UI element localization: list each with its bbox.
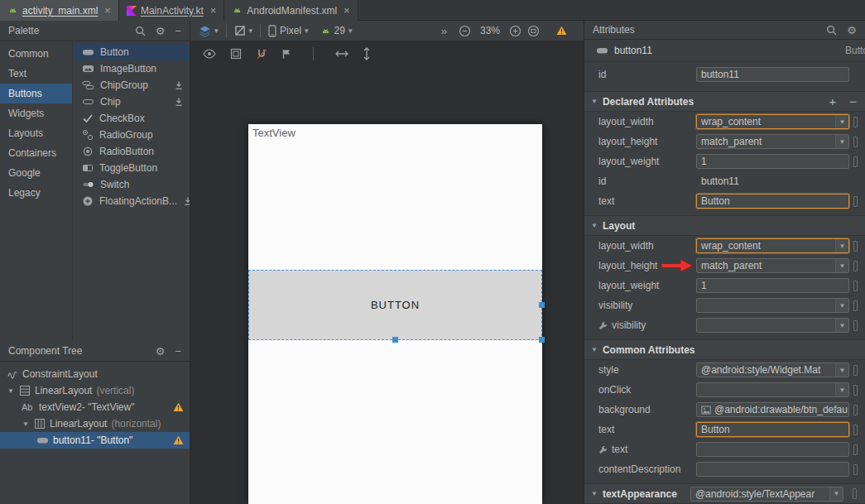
canvas-textview[interactable]: TextView	[252, 127, 296, 139]
attribute-value-field[interactable]: ▼	[696, 318, 849, 333]
chevron-down-icon[interactable]: ▼	[835, 383, 848, 396]
zoom-out-icon[interactable]	[459, 25, 471, 37]
zoom-to-fit-icon[interactable]	[527, 25, 540, 37]
editor-tab[interactable]: MainActivity.kt×	[119, 0, 224, 21]
palette-category-buttons[interactable]: Buttons	[0, 84, 72, 103]
add-attribute-icon[interactable]: +	[829, 94, 836, 108]
palette-category-layouts[interactable]: Layouts	[0, 123, 72, 143]
resize-handle-bottom[interactable]	[392, 337, 398, 343]
attribute-value-field[interactable]: ▼	[696, 298, 849, 313]
palette-component[interactable]: ChipGroup	[73, 77, 190, 94]
attribute-flag[interactable]	[853, 385, 858, 396]
attribute-flag[interactable]	[853, 300, 858, 311]
chevron-down-icon[interactable]: ▼	[835, 299, 848, 312]
tree-item[interactable]: ▼LinearLayout(horizontal)	[0, 415, 190, 432]
palette-component[interactable]: Button	[73, 44, 190, 60]
design-surface-selector[interactable]: ▾	[199, 25, 219, 37]
attribute-value-field[interactable]: match_parent▼	[696, 258, 849, 273]
palette-category-common[interactable]: Common	[0, 44, 72, 64]
attribute-flag[interactable]	[853, 405, 858, 415]
close-icon[interactable]: ×	[104, 4, 111, 17]
attribute-flag[interactable]	[853, 156, 858, 167]
editor-tab[interactable]: activity_main.xml×	[0, 0, 119, 21]
chevron-down-icon[interactable]: ▼	[835, 259, 848, 272]
attribute-value-field[interactable]	[696, 462, 849, 477]
issues-warning-icon[interactable]	[556, 26, 567, 36]
resize-handle-corner[interactable]	[539, 337, 545, 343]
attribute-flag[interactable]	[853, 444, 858, 455]
id-value-field[interactable]: button11	[696, 67, 849, 82]
attribute-value-field[interactable]: Button	[696, 194, 849, 209]
attribute-value-field[interactable]	[696, 442, 849, 457]
chevron-down-icon[interactable]: ▼	[7, 387, 15, 395]
remove-attribute-icon[interactable]: −	[849, 94, 857, 108]
palette-category-google[interactable]: Google	[0, 163, 72, 183]
palette-category-legacy[interactable]: Legacy	[0, 183, 72, 203]
attributes-section-header[interactable]: ▼Declared Attributes+−	[584, 91, 865, 112]
attribute-value-field[interactable]: wrap_content▼	[696, 114, 849, 129]
palette-category-widgets[interactable]: Widgets	[0, 103, 72, 123]
chevron-down-icon[interactable]: ▼	[835, 115, 848, 128]
attribute-value-field[interactable]: ▼	[696, 382, 849, 397]
search-icon[interactable]	[826, 25, 837, 36]
vertical-constraint-icon[interactable]	[363, 47, 371, 60]
api-level-selector[interactable]: 29 ▾	[320, 25, 353, 36]
palette-component[interactable]: Switch	[73, 176, 190, 193]
palette-component[interactable]: ToggleButton	[73, 160, 190, 176]
zoom-in-icon[interactable]	[509, 25, 521, 37]
warning-icon[interactable]	[173, 402, 184, 412]
attributes-section-header[interactable]: ▼Layout	[584, 215, 865, 236]
attribute-flag[interactable]	[853, 196, 858, 207]
tree-item[interactable]: button11- "Button"	[0, 432, 190, 449]
attribute-flag[interactable]	[853, 320, 858, 331]
close-icon[interactable]: ×	[210, 4, 217, 17]
attribute-flag[interactable]	[853, 117, 858, 127]
attributes-section-header[interactable]: ▼Common Attributes	[584, 339, 865, 360]
tree-item[interactable]: AbtextView2- "TextView"	[0, 399, 190, 415]
gear-icon[interactable]: ⚙	[156, 345, 166, 358]
attribute-flag[interactable]	[853, 488, 857, 499]
attribute-value-field[interactable]: @android:style/TextAppear▼	[690, 487, 843, 502]
attributes-section-header[interactable]: ▼textAppearance@android:style/TextAppear…	[584, 483, 865, 504]
attribute-value-field[interactable]: wrap_content▼	[696, 238, 849, 253]
tree-item[interactable]: ▼LinearLayout(vertical)	[0, 382, 190, 399]
chevron-down-icon[interactable]: ▼	[835, 239, 848, 252]
attribute-value-field[interactable]: 1	[696, 154, 849, 169]
download-icon[interactable]	[174, 80, 184, 90]
gear-icon[interactable]: ⚙	[156, 25, 166, 37]
chevron-down-icon[interactable]: ▼	[835, 319, 848, 332]
chevron-down-icon[interactable]: ▼	[835, 135, 848, 148]
warning-icon[interactable]	[173, 435, 184, 445]
orientation-theme-selector[interactable]: ▾	[234, 25, 253, 36]
chevron-down-icon[interactable]: ▼	[22, 420, 30, 428]
autoconnect-off-icon[interactable]	[256, 48, 267, 60]
hide-panel-icon[interactable]: −	[175, 25, 181, 37]
editor-tab[interactable]: AndroidManifest.xml×	[224, 0, 358, 21]
palette-component[interactable]: Chip	[73, 94, 190, 110]
attribute-flag[interactable]	[853, 261, 858, 271]
attribute-flag[interactable]	[853, 464, 858, 475]
tree-item[interactable]: ConstraintLayout	[0, 366, 190, 382]
palette-category-text[interactable]: Text	[0, 64, 72, 84]
canvas-button-widget[interactable]: BUTTON	[248, 270, 542, 340]
palette-category-containers[interactable]: Containers	[0, 143, 72, 163]
toolbar-overflow-chevron[interactable]: »	[441, 25, 447, 37]
palette-component[interactable]: CheckBox	[73, 110, 190, 127]
chevron-down-icon[interactable]: ▼	[829, 487, 843, 501]
download-icon[interactable]	[183, 196, 190, 206]
device-canvas[interactable]: TextView BUTTON	[248, 124, 542, 504]
attribute-value-field[interactable]: @android:style/Widget.Mat▼	[696, 362, 849, 377]
resize-handle-right[interactable]	[539, 302, 545, 308]
blueprint-mode-icon[interactable]	[230, 48, 242, 60]
attribute-flag[interactable]	[853, 281, 858, 291]
view-options-icon[interactable]	[203, 49, 216, 59]
attribute-flag[interactable]	[853, 241, 858, 252]
attribute-flag[interactable]	[853, 137, 858, 147]
attribute-value-field[interactable]: Button	[696, 422, 849, 437]
palette-component[interactable]: RadioButton	[73, 143, 190, 160]
attribute-value-field[interactable]: match_parent▼	[696, 134, 849, 149]
search-icon[interactable]	[135, 26, 146, 36]
horizontal-constraint-icon[interactable]	[335, 50, 348, 58]
attribute-flag[interactable]	[853, 425, 858, 435]
hide-panel-icon[interactable]: −	[175, 345, 181, 358]
